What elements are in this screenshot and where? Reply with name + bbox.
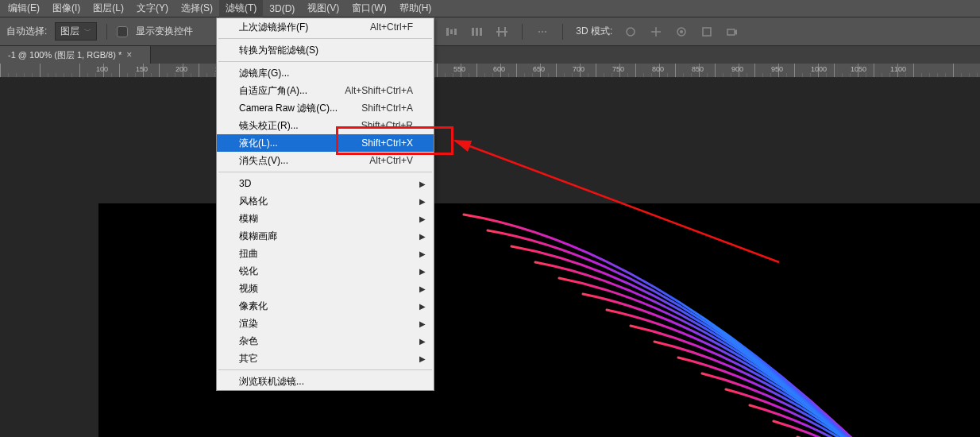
menu-item-shortcut: Shift+Ctrl+X	[361, 137, 413, 149]
feather-image	[384, 203, 980, 437]
show-transform-checkbox[interactable]	[117, 26, 128, 37]
scale-icon[interactable]	[696, 21, 717, 42]
show-transform-label: 显示变换控件	[136, 25, 193, 38]
roll-icon[interactable]	[671, 21, 692, 42]
mode3d-label: 3D 模式:	[573, 25, 615, 38]
svg-rect-4	[476, 28, 478, 36]
menu-item-shortcut: Shift+Ctrl+A	[361, 102, 413, 114]
more-icon[interactable]: ⋯	[532, 21, 553, 42]
menu-item-label: 杂色	[239, 335, 258, 348]
separator	[562, 24, 563, 40]
ruler-tick-label: 600	[493, 65, 517, 73]
menu-item-label: 视频	[239, 282, 258, 296]
ruler-tick-label: 550	[453, 65, 477, 73]
canvas-area[interactable]	[0, 78, 980, 437]
menu-select[interactable]: 选择(S)	[175, 0, 219, 17]
chevron-down-icon: ﹀	[84, 26, 91, 37]
menu-item-label: 锐化	[239, 265, 258, 278]
menu-item-label: 3D	[239, 178, 251, 189]
svg-rect-12	[703, 28, 711, 36]
ruler-tick-label: 850	[692, 65, 716, 73]
pan-icon[interactable]	[646, 21, 666, 42]
align-icon-2[interactable]	[466, 21, 487, 42]
layer-dropdown[interactable]: 图层 ﹀	[55, 22, 97, 41]
ruler-tick-label: 150	[136, 65, 160, 73]
menu-item[interactable]: 视频▶	[217, 280, 434, 297]
separator	[522, 24, 523, 40]
menu-item[interactable]: 自适应广角(A)...Alt+Shift+Ctrl+A	[217, 82, 434, 99]
menu-separator	[218, 369, 432, 370]
menu-item-label: 其它	[239, 352, 258, 365]
menu-item-label: 风格化	[239, 195, 268, 208]
menu-item-label: 浏览联机滤镜...	[239, 375, 304, 389]
ruler-tick-label: 800	[652, 65, 676, 73]
menu-window[interactable]: 窗口(W)	[345, 0, 392, 17]
horizontal-ruler: 1001502002505506006507007508008509009501…	[0, 64, 980, 78]
options-bar: 自动选择: 图层 ﹀ 显示变换控件 ⋯ 3D 模式:	[0, 17, 980, 46]
menu-item[interactable]: 滤镜库(G)...	[217, 64, 434, 82]
menu-item-shortcut: Alt+Shift+Ctrl+A	[345, 85, 413, 96]
menu-layer[interactable]: 图层(L)	[87, 0, 130, 17]
menu-item[interactable]: 3D▶	[217, 175, 434, 192]
menu-filter[interactable]: 滤镜(T)	[219, 0, 263, 17]
menu-item-label: 消失点(V)...	[239, 154, 288, 168]
ruler-tick-label: 200	[176, 65, 199, 73]
menu-item-label: 镜头校正(R)...	[239, 119, 299, 133]
menu-view[interactable]: 视图(V)	[301, 0, 345, 17]
menu-item-label: 像素化	[239, 300, 268, 313]
menu-item-label: 渲染	[239, 317, 258, 331]
menu-item[interactable]: 转换为智能滤镜(S)	[217, 41, 434, 59]
camera-icon[interactable]	[722, 21, 743, 42]
menu-item[interactable]: 镜头校正(R)...Shift+Ctrl+R	[217, 117, 434, 134]
menu-item[interactable]: 杂色▶	[217, 332, 434, 350]
menu-item[interactable]: 锐化▶	[217, 262, 434, 280]
menu-item[interactable]: 风格化▶	[217, 192, 434, 210]
ruler-tick-label: 750	[612, 65, 636, 73]
svg-rect-7	[498, 27, 500, 37]
svg-rect-1	[450, 29, 453, 34]
auto-select-label: 自动选择:	[3, 25, 50, 38]
menu-item[interactable]: 液化(L)...Shift+Ctrl+X	[217, 134, 434, 152]
menu-image[interactable]: 图像(I)	[46, 0, 87, 17]
menu-item[interactable]: 上次滤镜操作(F)Alt+Ctrl+F	[217, 18, 434, 36]
ruler-tick-label: 700	[573, 65, 596, 73]
menu-help[interactable]: 帮助(H)	[393, 0, 438, 17]
menu-item[interactable]: 模糊画廊▶	[217, 227, 434, 245]
submenu-arrow-icon: ▶	[419, 337, 426, 346]
align-icon[interactable]	[441, 21, 461, 42]
menu-item-label: 模糊	[239, 212, 258, 226]
submenu-arrow-icon: ▶	[419, 249, 426, 258]
menu-item[interactable]: 扭曲▶	[217, 245, 434, 262]
orbit-icon[interactable]	[620, 21, 641, 42]
menu-item-label: 模糊画廊	[239, 230, 277, 243]
svg-rect-0	[446, 28, 449, 36]
layer-dropdown-value: 图层	[60, 25, 79, 38]
menu-3d[interactable]: 3D(D)	[263, 1, 301, 17]
menu-item[interactable]: 消失点(V)...Alt+Ctrl+V	[217, 152, 434, 169]
document-tab[interactable]: -1 @ 100% (图层 1, RGB/8) * ×	[0, 46, 151, 64]
menu-item[interactable]: Camera Raw 滤镜(C)...Shift+Ctrl+A	[217, 99, 434, 117]
menu-item[interactable]: 像素化▶	[217, 297, 434, 315]
svg-rect-3	[472, 28, 474, 36]
ruler-tick-label: 1050	[851, 65, 874, 73]
ruler-tick-label: 100	[96, 65, 120, 73]
submenu-arrow-icon: ▶	[419, 284, 426, 293]
close-icon[interactable]: ×	[126, 49, 132, 60]
menu-item[interactable]: 浏览联机滤镜...	[217, 373, 434, 390]
menu-item[interactable]: 渲染▶	[217, 315, 434, 332]
menu-separator	[218, 38, 432, 39]
submenu-arrow-icon: ▶	[419, 232, 426, 241]
filter-dropdown-menu: 上次滤镜操作(F)Alt+Ctrl+F转换为智能滤镜(S)滤镜库(G)...自适…	[216, 17, 434, 391]
ruler-tick-label: 1100	[890, 65, 914, 73]
ruler-tick-label: 650	[533, 65, 557, 73]
ruler-tick-label: 900	[731, 65, 755, 73]
svg-rect-13	[727, 29, 735, 35]
submenu-arrow-icon: ▶	[419, 215, 426, 223]
distribute-icon[interactable]	[492, 21, 512, 42]
menu-item[interactable]: 模糊▶	[217, 210, 434, 227]
menu-item[interactable]: 其它▶	[217, 350, 434, 367]
ruler-tick-label: 950	[771, 65, 795, 73]
menu-edit[interactable]: 编辑(E)	[2, 0, 46, 17]
menu-text[interactable]: 文字(Y)	[130, 0, 175, 17]
tab-title: -1 @ 100% (图层 1, RGB/8) *	[8, 49, 122, 61]
